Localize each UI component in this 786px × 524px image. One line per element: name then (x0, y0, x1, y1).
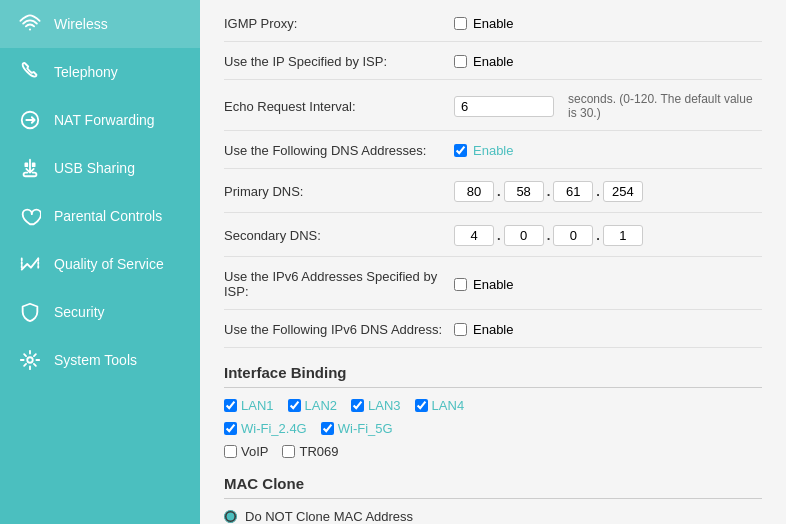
interface-binding-row2: Wi-Fi_2.4G Wi-Fi_5G (224, 421, 762, 436)
echo-interval-row: Echo Request Interval: seconds. (0-120. … (224, 92, 762, 131)
binding-lan3[interactable]: LAN3 (351, 398, 401, 413)
echo-interval-control: seconds. (0-120. The default value is 30… (454, 92, 762, 120)
igmp-proxy-control: Enable (454, 16, 513, 31)
interface-binding-row3: VoIP TR069 (224, 444, 762, 459)
binding-wifi5[interactable]: Wi-Fi_5G (321, 421, 393, 436)
secondary-dns-3[interactable] (553, 225, 593, 246)
binding-wifi24[interactable]: Wi-Fi_2.4G (224, 421, 307, 436)
mac-clone-section: MAC Clone Do NOT Clone MAC Address Clone… (224, 475, 762, 524)
usb-icon (16, 154, 44, 182)
use-ipv6-dns-checkbox[interactable] (454, 323, 467, 336)
sidebar-item-label: Quality of Service (54, 256, 164, 272)
binding-lan2[interactable]: LAN2 (288, 398, 338, 413)
binding-tr069[interactable]: TR069 (282, 444, 338, 459)
igmp-proxy-label: IGMP Proxy: (224, 16, 454, 31)
primary-dns-3[interactable] (553, 181, 593, 202)
binding-lan1[interactable]: LAN1 (224, 398, 274, 413)
use-ipv6-isp-checkbox[interactable] (454, 278, 467, 291)
main-content: IGMP Proxy: Enable Use the IP Specified … (200, 0, 786, 524)
sidebar-item-label: USB Sharing (54, 160, 135, 176)
use-ipv6-isp-enable-label: Enable (473, 277, 513, 292)
binding-voip[interactable]: VoIP (224, 444, 268, 459)
sidebar-item-parental-controls[interactable]: Parental Controls (0, 192, 200, 240)
gear-icon (16, 346, 44, 374)
secondary-dns-row: Secondary DNS: . . . (224, 225, 762, 257)
sidebar-item-system-tools[interactable]: System Tools (0, 336, 200, 384)
nat-icon (16, 106, 44, 134)
secondary-dns-control: . . . (454, 225, 643, 246)
svg-point-2 (27, 357, 33, 363)
use-dns-control: Enable (454, 143, 513, 158)
echo-interval-input[interactable] (454, 96, 554, 117)
use-ipv6-isp-label: Use the IPv6 Addresses Specified by ISP: (224, 269, 454, 299)
use-ipv6-dns-enable-label: Enable (473, 322, 513, 337)
secondary-dns-2[interactable] (504, 225, 544, 246)
heart-icon (16, 202, 44, 230)
shield-icon (16, 298, 44, 326)
phone-icon (16, 58, 44, 86)
sidebar-item-wireless[interactable]: Wireless (0, 0, 200, 48)
sidebar-item-label: System Tools (54, 352, 137, 368)
use-ip-isp-control: Enable (454, 54, 513, 69)
sidebar-item-telephony[interactable]: Telephony (0, 48, 200, 96)
sidebar: Wireless Telephony NAT Forwarding USB Sh… (0, 0, 200, 524)
primary-dns-row: Primary DNS: . . . (224, 181, 762, 213)
use-ip-isp-label: Use the IP Specified by ISP: (224, 54, 454, 69)
sidebar-item-label: Parental Controls (54, 208, 162, 224)
use-ipv6-isp-row: Use the IPv6 Addresses Specified by ISP:… (224, 269, 762, 310)
use-ip-isp-checkbox[interactable] (454, 55, 467, 68)
igmp-proxy-row: IGMP Proxy: Enable (224, 16, 762, 42)
igmp-proxy-enable-label: Enable (473, 16, 513, 31)
binding-lan4[interactable]: LAN4 (415, 398, 465, 413)
sidebar-item-usb-sharing[interactable]: USB Sharing (0, 144, 200, 192)
primary-dns-1[interactable] (454, 181, 494, 202)
use-ip-isp-row: Use the IP Specified by ISP: Enable (224, 54, 762, 80)
use-dns-checkbox[interactable] (454, 144, 467, 157)
secondary-dns-4[interactable] (603, 225, 643, 246)
primary-dns-4[interactable] (603, 181, 643, 202)
echo-interval-hint: seconds. (0-120. The default value is 30… (568, 92, 762, 120)
use-dns-label: Use the Following DNS Addresses: (224, 143, 454, 158)
use-ip-isp-enable-label: Enable (473, 54, 513, 69)
use-ipv6-dns-label: Use the Following IPv6 DNS Address: (224, 322, 454, 337)
sidebar-item-security[interactable]: Security (0, 288, 200, 336)
mac-no-clone-label: Do NOT Clone MAC Address (245, 509, 413, 524)
use-ipv6-dns-control: Enable (454, 322, 513, 337)
primary-dns-2[interactable] (504, 181, 544, 202)
sidebar-item-label: Security (54, 304, 105, 320)
echo-interval-label: Echo Request Interval: (224, 99, 454, 114)
secondary-dns-label: Secondary DNS: (224, 228, 454, 243)
qos-icon (16, 250, 44, 278)
use-dns-row: Use the Following DNS Addresses: Enable (224, 143, 762, 169)
sidebar-item-quality-of-service[interactable]: Quality of Service (0, 240, 200, 288)
interface-binding-row1: LAN1 LAN2 LAN3 LAN4 (224, 398, 762, 413)
secondary-dns-1[interactable] (454, 225, 494, 246)
mac-option-no-clone[interactable]: Do NOT Clone MAC Address (224, 509, 762, 524)
primary-dns-label: Primary DNS: (224, 184, 454, 199)
igmp-proxy-checkbox[interactable] (454, 17, 467, 30)
sidebar-item-label: NAT Forwarding (54, 112, 155, 128)
interface-binding-heading: Interface Binding (224, 364, 762, 388)
mac-clone-heading: MAC Clone (224, 475, 762, 499)
sidebar-item-label: Wireless (54, 16, 108, 32)
use-dns-enable-link[interactable]: Enable (473, 143, 513, 158)
wifi-icon (16, 10, 44, 38)
svg-point-0 (29, 28, 31, 30)
sidebar-item-nat-forwarding[interactable]: NAT Forwarding (0, 96, 200, 144)
use-ipv6-isp-control: Enable (454, 277, 513, 292)
sidebar-item-label: Telephony (54, 64, 118, 80)
primary-dns-control: . . . (454, 181, 643, 202)
use-ipv6-dns-row: Use the Following IPv6 DNS Address: Enab… (224, 322, 762, 348)
